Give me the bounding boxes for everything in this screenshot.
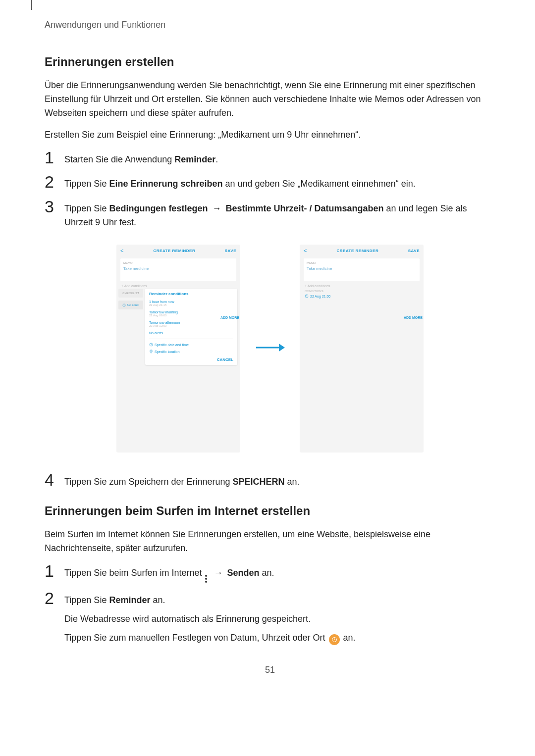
memo-field: MEMO Take medicine	[304, 258, 420, 281]
step-a2: 2 Tippen Sie Eine Erinnerung schreiben a…	[45, 174, 495, 191]
step-b1: 1 Tippen Sie beim Surfen im Internet → S…	[45, 563, 495, 583]
memo-label: MEMO	[123, 261, 233, 264]
conditions-dropdown: Reminder conditions 1 hour from now 22 A…	[145, 289, 237, 365]
screen-title: CREATE REMINDER	[154, 249, 196, 253]
option-1hour: 1 hour from now 22 Aug 21:15	[149, 298, 233, 308]
back-icon: <	[304, 248, 307, 253]
intro-text-a: Über die Erinnerungsanwendung werden Sie…	[45, 79, 495, 120]
screen-title: CREATE REMINDER	[337, 249, 379, 253]
step-a1: 1 Starten Sie die Anwendung Reminder.	[45, 150, 495, 167]
step-number: 1	[45, 149, 60, 166]
step-number: 1	[45, 562, 60, 579]
memo-field: MEMO Take medicine	[120, 258, 236, 281]
phone-screenshot-right: < CREATE REMINDER SAVE MEMO Take medicin…	[300, 245, 424, 453]
option-specific-date: Specific date and time	[149, 341, 233, 348]
example-text: Erstellen Sie zum Beispiel eine Erinneru…	[45, 128, 495, 142]
intro-text-b: Beim Surfen im Internet können Sie Erinn…	[45, 528, 495, 555]
side-tab-set-conditions: Set cond.	[118, 301, 143, 309]
arrow-icon: →	[210, 203, 223, 213]
svg-point-2	[151, 351, 152, 352]
steps-list-a: 1 Starten Sie die Anwendung Reminder. 2 …	[45, 150, 495, 230]
back-icon: <	[120, 248, 124, 253]
phone-screenshot-left: < CREATE REMINDER SAVE MEMO Take medicin…	[116, 245, 240, 453]
memo-text: Take medicine	[123, 266, 233, 271]
step-number: 2	[45, 173, 60, 190]
memo-label: MEMO	[307, 261, 417, 264]
top-margin-mark	[31, 0, 32, 10]
more-icon	[205, 575, 208, 583]
option-tomorrow-afternoon: Tomorrow afternoon 23 Aug 13:00	[149, 319, 233, 329]
page-number: 51	[45, 665, 495, 675]
datetime-chip: 22 Aug 21:00	[305, 294, 330, 298]
svg-marker-4	[279, 344, 285, 352]
save-button: SAVE	[225, 249, 236, 253]
step-sub1: Die Webadresse wird automatisch als Erin…	[64, 612, 356, 626]
settings-icon	[329, 634, 340, 645]
clock-icon	[305, 294, 309, 298]
step-b2: 2 Tippen Sie Reminder an. Die Webadresse…	[45, 591, 495, 645]
step-bold: Reminder	[174, 154, 215, 164]
step-a3: 3 Tippen Sie Bedingungen festlegen → Bes…	[45, 199, 495, 230]
steps-list-b: 1 Tippen Sie beim Surfen im Internet → S…	[45, 563, 495, 645]
step-a4: 4 Tippen Sie zum Speichern der Erinnerun…	[45, 472, 495, 489]
side-tab-checklist: CHECKLIST	[118, 289, 143, 298]
option-no-alerts: No alerts	[149, 329, 233, 337]
save-button: SAVE	[408, 249, 420, 253]
screenshot-row: < CREATE REMINDER SAVE MEMO Take medicin…	[45, 245, 495, 453]
step-number: 2	[45, 590, 60, 606]
heading-create-reminders: Erinnerungen erstellen	[45, 55, 495, 69]
clock-icon	[122, 303, 126, 307]
add-more-link: ADD MORE	[220, 316, 239, 319]
pin-icon	[149, 350, 153, 353]
section-header: Anwendungen und Funktionen	[45, 20, 495, 30]
memo-text: Take medicine	[307, 266, 417, 271]
cancel-button: CANCEL	[149, 355, 233, 362]
add-more-link: ADD MORE	[404, 316, 423, 319]
add-conditions-row: + Add conditions	[305, 284, 419, 288]
clock-icon	[149, 343, 153, 347]
step-number: 4	[45, 471, 60, 488]
heading-browser-reminders: Erinnerungen beim Surfen im Internet ers…	[45, 504, 495, 518]
step-number: 3	[45, 198, 60, 215]
option-specific-location: Specific location	[149, 348, 233, 355]
steps-list-a-cont: 4 Tippen Sie zum Speichern der Erinnerun…	[45, 472, 495, 489]
add-conditions-row: + Add conditions	[121, 284, 235, 288]
dropdown-title: Reminder conditions	[149, 292, 233, 296]
transition-arrow-icon	[255, 342, 285, 355]
conditions-label: CONDITIONS	[305, 290, 419, 293]
arrow-icon: →	[211, 568, 225, 578]
step-text: Starten Sie die Anwendung	[64, 154, 174, 164]
